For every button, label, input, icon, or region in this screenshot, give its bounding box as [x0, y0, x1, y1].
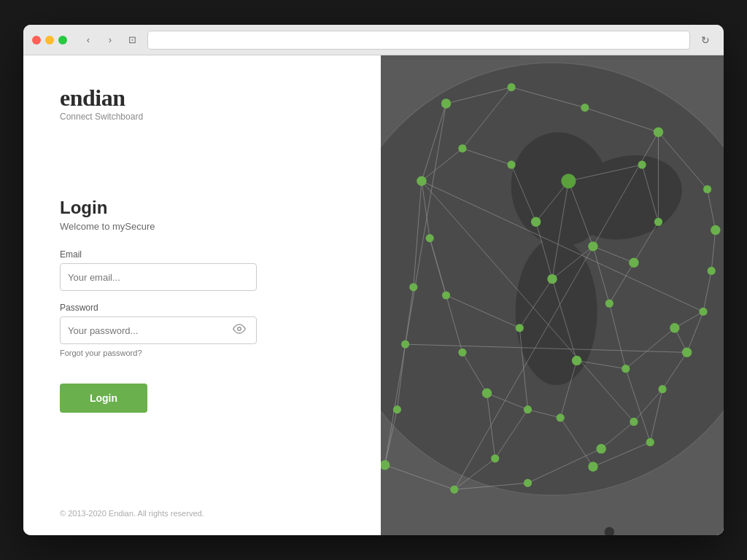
svg-point-80: [596, 444, 605, 454]
svg-point-0: [238, 327, 241, 331]
svg-point-90: [561, 174, 576, 188]
svg-point-81: [524, 479, 532, 487]
svg-point-92: [605, 300, 614, 308]
globe-graphic: [381, 55, 724, 535]
svg-point-106: [426, 234, 434, 242]
email-field-group: Email: [60, 249, 344, 291]
login-title: Login: [60, 198, 344, 218]
svg-point-94: [654, 218, 662, 226]
browser-titlebar: ‹ › ⊡ ↻: [23, 25, 724, 55]
login-welcome: Welcome to mySecure: [60, 221, 344, 232]
svg-point-89: [531, 217, 541, 227]
back-button[interactable]: ‹: [79, 32, 98, 48]
password-label: Password: [60, 303, 344, 313]
browser-content: endian Connect Switchboard Login Welcome…: [23, 55, 724, 535]
svg-point-98: [622, 365, 630, 373]
svg-point-91: [588, 241, 597, 251]
brand-subtitle: Connect Switchboard: [60, 112, 344, 122]
svg-point-85: [409, 283, 417, 291]
svg-point-99: [670, 323, 679, 332]
svg-point-107: [442, 291, 450, 299]
svg-point-93: [629, 258, 638, 268]
close-button[interactable]: [32, 36, 41, 44]
sidebar-button[interactable]: ⊡: [123, 32, 142, 48]
address-bar[interactable]: [147, 31, 690, 50]
svg-point-83: [381, 460, 390, 470]
svg-point-96: [516, 324, 524, 332]
login-form-section: Login Welcome to mySecure Email Password: [60, 198, 344, 413]
svg-point-77: [682, 348, 692, 357]
svg-point-74: [711, 225, 720, 235]
svg-point-71: [581, 104, 589, 112]
svg-point-100: [524, 405, 532, 413]
traffic-lights: [32, 36, 67, 44]
globe-panel: [381, 55, 724, 535]
svg-point-75: [708, 267, 716, 275]
svg-point-73: [703, 185, 711, 193]
svg-point-82: [450, 486, 458, 494]
svg-point-109: [482, 389, 492, 398]
svg-point-105: [393, 405, 401, 413]
login-button[interactable]: Login: [60, 384, 147, 413]
svg-point-110: [638, 160, 646, 168]
svg-point-97: [572, 356, 581, 365]
svg-point-104: [646, 438, 654, 446]
svg-point-72: [654, 127, 663, 136]
show-password-icon[interactable]: [233, 322, 246, 338]
password-input[interactable]: [60, 316, 257, 344]
svg-line-19: [385, 465, 454, 490]
svg-point-102: [491, 454, 499, 462]
svg-point-103: [588, 462, 597, 471]
brand-logo: endian Connect Switchboard: [60, 85, 344, 122]
browser-window: ‹ › ⊡ ↻ endian Connect Switchboard Login…: [23, 25, 724, 535]
svg-point-79: [630, 418, 638, 426]
svg-point-87: [458, 144, 466, 152]
svg-point-95: [547, 274, 557, 284]
svg-point-112: [605, 527, 614, 535]
svg-point-86: [417, 176, 426, 186]
minimize-button[interactable]: [45, 36, 54, 44]
svg-point-108: [458, 349, 466, 357]
maximize-button[interactable]: [58, 36, 67, 44]
brand-name: endian: [60, 85, 344, 112]
nav-buttons: ‹ › ⊡: [79, 32, 142, 48]
password-input-wrapper: [60, 316, 344, 344]
email-input[interactable]: [60, 263, 257, 291]
svg-point-70: [507, 83, 515, 91]
password-field-group: Password Forgot your password?: [60, 303, 344, 357]
email-label: Email: [60, 249, 344, 260]
svg-point-88: [507, 160, 515, 168]
email-input-wrapper: [60, 263, 344, 291]
svg-point-76: [699, 308, 707, 316]
forward-button[interactable]: ›: [101, 32, 120, 48]
forgot-password-link[interactable]: Forgot your password?: [60, 349, 344, 357]
refresh-button[interactable]: ↻: [696, 32, 715, 48]
svg-point-78: [658, 385, 666, 393]
login-panel: endian Connect Switchboard Login Welcome…: [23, 55, 381, 535]
svg-point-101: [557, 413, 565, 421]
svg-point-69: [441, 98, 451, 108]
footer-copyright: © 2013-2020 Endian. All rights reserved.: [60, 509, 204, 518]
svg-point-84: [401, 341, 409, 349]
